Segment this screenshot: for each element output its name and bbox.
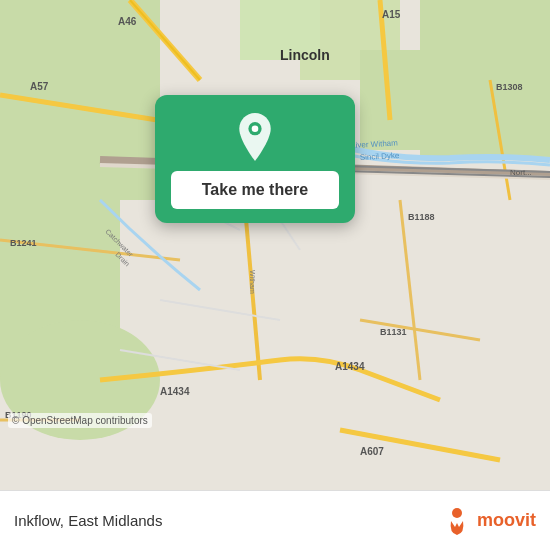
location-pin-icon [231, 113, 279, 161]
svg-text:B1131: B1131 [380, 327, 407, 337]
moovit-brand-icon [441, 505, 473, 537]
moovit-logo: moovit [441, 505, 536, 537]
location-card: Take me there [155, 95, 355, 223]
svg-text:Lincoln: Lincoln [280, 47, 330, 63]
svg-text:Nort...: Nort... [510, 168, 532, 177]
svg-text:B1241: B1241 [10, 238, 37, 248]
svg-point-49 [452, 508, 462, 518]
svg-text:A57: A57 [30, 81, 49, 92]
moovit-label: moovit [477, 510, 536, 531]
svg-point-48 [252, 125, 259, 132]
copyright-notice: © OpenStreetMap contributors [8, 413, 152, 428]
bottom-bar: Inkflow, East Midlands moovit [0, 490, 550, 550]
map-container: A46 A57 A15 B1308 B1241 B1188 B1131 A143… [0, 0, 550, 490]
location-label: Inkflow, East Midlands [14, 512, 162, 529]
svg-rect-7 [360, 50, 440, 150]
take-me-there-button[interactable]: Take me there [171, 171, 339, 209]
svg-text:B1188: B1188 [408, 212, 435, 222]
svg-text:A607: A607 [360, 446, 384, 457]
svg-text:A15: A15 [382, 9, 401, 20]
svg-text:B1308: B1308 [496, 82, 523, 92]
svg-text:A1434: A1434 [160, 386, 190, 397]
svg-text:A1434: A1434 [335, 361, 365, 372]
svg-text:Witham: Witham [249, 270, 256, 294]
svg-text:A46: A46 [118, 16, 137, 27]
